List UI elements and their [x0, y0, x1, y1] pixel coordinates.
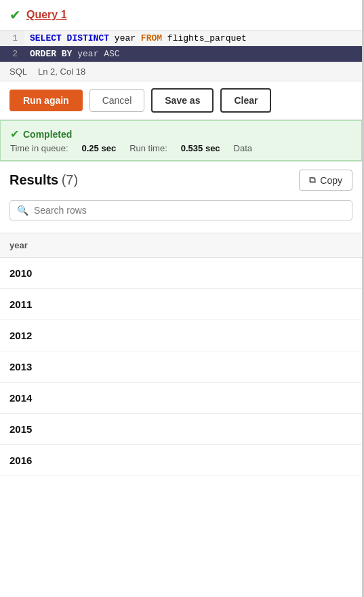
column-header-year: year — [0, 233, 362, 258]
cell-year: 2016 — [0, 445, 362, 476]
search-input[interactable] — [34, 205, 345, 216]
table-row: 2014 — [0, 383, 362, 414]
keyword-orderby: ORDER BY — [30, 49, 72, 59]
check-circle-icon: ✔ — [9, 7, 21, 23]
table-header-row: year — [0, 233, 362, 258]
run-time-label: Run time: — [129, 143, 167, 153]
table-row: 2016 — [0, 445, 362, 476]
search-box[interactable]: 🔍 — [9, 200, 352, 220]
results-title-container: Results (7) — [9, 172, 78, 188]
language-indicator: SQL — [9, 66, 27, 77]
results-table: year 2010201120122013201420152016 — [0, 233, 362, 476]
line-content-2: ORDER BY year ASC — [24, 46, 362, 62]
table-name: flights_parquet — [167, 33, 247, 43]
cursor-position: Ln 2, Col 18 — [38, 66, 85, 77]
data-label: Data — [234, 143, 252, 153]
save-as-button[interactable]: Save as — [151, 88, 214, 113]
line-number-2: 2 — [0, 46, 24, 62]
copy-label: Copy — [320, 175, 342, 186]
results-header: Results (7) ⧉ Copy — [0, 161, 362, 196]
cell-year: 2014 — [0, 383, 362, 414]
cell-year: 2013 — [0, 351, 362, 383]
run-time-value: 0.535 sec — [181, 143, 220, 153]
completed-banner: ✔ Completed Time in queue: 0.25 sec Run … — [0, 120, 362, 161]
results-count: (7) — [62, 172, 78, 187]
cell-year: 2015 — [0, 414, 362, 445]
table-row: 2012 — [0, 320, 362, 351]
toolbar: Run again Cancel Save as Clear — [0, 81, 362, 120]
code-editor[interactable]: 1 SELECT DISTINCT year FROM flights_parq… — [0, 31, 362, 62]
status-bar: SQL Ln 2, Col 18 — [0, 62, 362, 81]
search-container: 🔍 — [0, 196, 362, 227]
code-line-2: 2 ORDER BY year ASC — [0, 46, 362, 62]
search-icon: 🔍 — [17, 205, 28, 216]
table-row: 2013 — [0, 351, 362, 383]
copy-button[interactable]: ⧉ Copy — [299, 170, 352, 191]
code-line-1: 1 SELECT DISTINCT year FROM flights_parq… — [0, 31, 362, 46]
line-number-1: 1 — [0, 31, 24, 46]
time-in-queue-label: Time in queue: — [10, 143, 68, 153]
table-row: 2010 — [0, 258, 362, 289]
query-title: Query 1 — [26, 9, 67, 21]
cell-year: 2011 — [0, 289, 362, 320]
time-in-queue-value: 0.25 sec — [82, 143, 117, 153]
completed-label: Completed — [23, 129, 72, 140]
results-title: Results — [9, 172, 58, 187]
cancel-button[interactable]: Cancel — [89, 89, 145, 112]
query-header: ✔ Query 1 — [0, 0, 362, 31]
orderby-clause: year ASC — [72, 49, 119, 59]
table-row: 2015 — [0, 414, 362, 445]
table-row: 2011 — [0, 289, 362, 320]
keyword-select: SELECT DISTINCT — [30, 33, 115, 43]
cell-year: 2012 — [0, 320, 362, 351]
line-content-1: SELECT DISTINCT year FROM flights_parque… — [24, 31, 362, 46]
run-again-button[interactable]: Run again — [9, 90, 83, 111]
keyword-from: FROM — [141, 33, 167, 43]
completed-check-icon: ✔ — [10, 128, 19, 140]
cell-year: 2010 — [0, 258, 362, 289]
clear-button[interactable]: Clear — [220, 88, 271, 113]
copy-icon: ⧉ — [309, 174, 316, 186]
column-year: year — [115, 33, 141, 43]
